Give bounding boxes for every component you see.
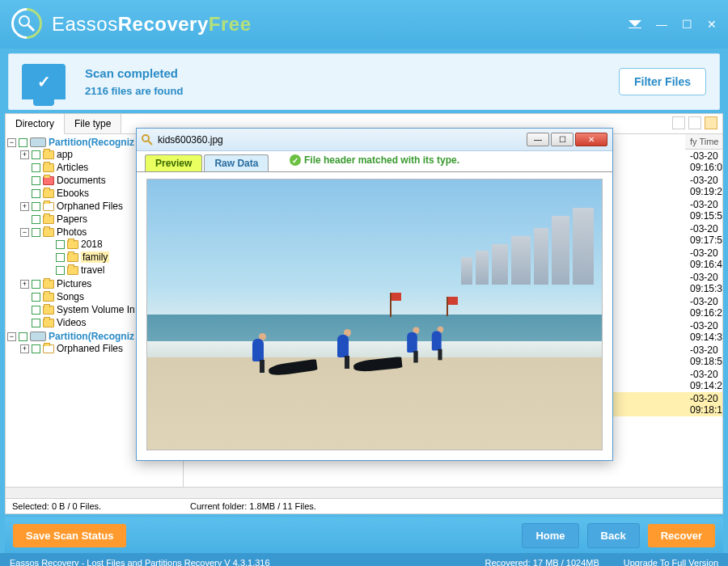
preview-tab-preview[interactable]: Preview xyxy=(145,154,202,171)
tree-item-documents[interactable]: Documents xyxy=(57,175,106,186)
tree-item-pictures[interactable]: Pictures xyxy=(57,278,91,289)
tree-item-videos[interactable]: Videos xyxy=(57,317,86,328)
horizontal-scrollbar[interactable] xyxy=(6,487,722,498)
svg-marker-2 xyxy=(629,20,641,27)
tree-item-orphaned-2[interactable]: Orphaned Files xyxy=(57,343,123,354)
tree-item-family[interactable]: family xyxy=(81,251,109,263)
list-row[interactable]: -03-20 09:16:28 xyxy=(685,296,722,319)
list-row[interactable]: -03-20 09:18:52 xyxy=(685,344,722,367)
list-row[interactable]: -03-20 09:16:46 xyxy=(685,247,722,270)
tree-item-photos[interactable]: Photos xyxy=(57,226,87,238)
magnifier-icon xyxy=(18,15,36,32)
bottom-toolbar: Save Scan Status Home Back Recover xyxy=(5,517,723,553)
view-details[interactable] xyxy=(705,116,717,129)
upgrade-link[interactable]: Upgrade To Full Version xyxy=(624,558,718,566)
tree-item-app[interactable]: app xyxy=(57,149,73,160)
preview-filename: kids600360.jpg xyxy=(158,134,223,146)
minimize-button[interactable]: — xyxy=(656,18,667,31)
tree-item-papers[interactable]: Papers xyxy=(57,213,87,225)
recover-button[interactable]: Recover xyxy=(648,524,715,547)
monitor-check-icon: ✓ xyxy=(22,64,66,99)
svg-line-1 xyxy=(28,25,34,31)
back-button[interactable]: Back xyxy=(587,523,640,548)
scan-count: 2116 files are found xyxy=(85,85,183,97)
unknown-folder-icon xyxy=(43,202,54,211)
maximize-button[interactable]: ☐ xyxy=(682,18,692,31)
svg-point-0 xyxy=(19,16,29,26)
list-row[interactable]: -03-20 09:19:26 xyxy=(685,175,722,197)
image-file-icon xyxy=(142,134,153,146)
tree-item-2018[interactable]: 2018 xyxy=(81,239,103,250)
tree-item-songs[interactable]: Songs xyxy=(57,291,84,302)
preview-titlebar[interactable]: kids600360.jpg — ☐ ✕ xyxy=(137,129,612,151)
footer-version: Eassos Recovery - Lost Files and Partiti… xyxy=(10,558,270,566)
filter-files-button[interactable]: Filter Files xyxy=(619,68,706,95)
tree-item-sysvol[interactable]: System Volume In xyxy=(57,304,135,315)
list-row[interactable]: -03-20 09:18:12 xyxy=(685,393,722,416)
scan-banner: ✓ Scan completed 2116 files are found Fi… xyxy=(8,53,720,110)
check-circle-icon: ✓ xyxy=(290,154,301,166)
pin-icon[interactable] xyxy=(629,18,641,31)
footer-recovered: Recovered: 17 MB / 1024MB xyxy=(485,558,599,566)
app-logo xyxy=(11,8,44,40)
list-row[interactable]: -03-20 09:16:06 xyxy=(685,150,722,173)
svg-rect-3 xyxy=(629,27,641,28)
scan-title: Scan completed xyxy=(85,66,183,80)
list-row[interactable]: -03-20 09:17:54 xyxy=(685,223,722,246)
list-row[interactable]: -03-20 09:15:50 xyxy=(685,199,722,222)
footer-bar: Eassos Recovery - Lost Files and Partiti… xyxy=(0,553,728,566)
titlebar: EassosRecoveryFree — ☐ ✕ xyxy=(0,0,728,49)
list-row[interactable]: -03-20 09:15:32 xyxy=(685,272,722,294)
list-row[interactable]: -03-20 09:14:26 xyxy=(685,369,722,391)
partition-node[interactable]: Partition(Recogniz xyxy=(49,137,134,148)
preview-minimize-button[interactable]: — xyxy=(527,133,549,146)
preview-tab-raw[interactable]: Raw Data xyxy=(204,154,269,171)
trash-icon xyxy=(43,176,54,185)
status-current-folder: Current folder: 1.8MB / 11 Files. xyxy=(190,501,316,511)
view-small-icons[interactable] xyxy=(688,116,701,129)
preview-maximize-button[interactable]: ☐ xyxy=(551,133,574,146)
file-header-status: ✓ File header matched with its type. xyxy=(290,154,459,166)
preview-image xyxy=(146,179,603,450)
preview-close-button[interactable]: ✕ xyxy=(575,133,607,146)
save-scan-status-button[interactable]: Save Scan Status xyxy=(13,524,126,547)
status-selected: Selected: 0 B / 0 Files. xyxy=(12,501,190,511)
tree-item-orphaned[interactable]: Orphaned Files xyxy=(57,201,123,212)
folder-icon xyxy=(43,150,54,159)
tab-file-type[interactable]: File type xyxy=(65,114,121,133)
column-modify-time[interactable]: fy Time xyxy=(685,137,722,146)
list-row[interactable]: -03-20 09:14:38 xyxy=(685,320,722,343)
svg-line-5 xyxy=(148,141,152,145)
brand-text: EassosRecoveryFree xyxy=(52,13,251,36)
drive-icon xyxy=(30,137,46,147)
tree-item-articles[interactable]: Articles xyxy=(57,162,88,173)
tab-directory[interactable]: Directory xyxy=(6,114,65,134)
view-large-icons[interactable] xyxy=(672,116,685,129)
svg-point-4 xyxy=(142,135,149,142)
tree-item-travel[interactable]: travel xyxy=(81,264,104,276)
home-button[interactable]: Home xyxy=(522,523,578,548)
partition-node-2[interactable]: Partition(Recogniz xyxy=(49,331,134,342)
close-button[interactable]: ✕ xyxy=(707,18,717,31)
preview-window: kids600360.jpg — ☐ ✕ Preview Raw Data ✓ … xyxy=(136,128,613,461)
tree-item-ebooks[interactable]: Ebooks xyxy=(57,188,89,199)
